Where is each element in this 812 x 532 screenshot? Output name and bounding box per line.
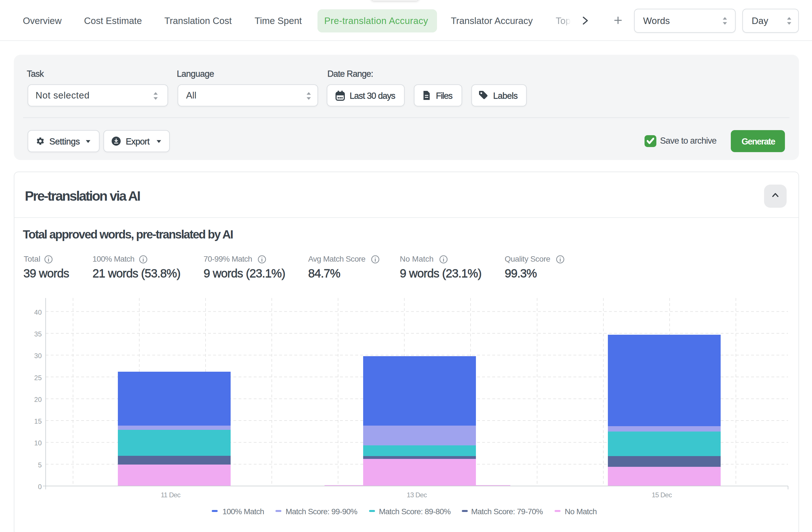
svg-text:11 Dec: 11 Dec: [161, 491, 180, 499]
svg-text:100% Match: 100% Match: [222, 507, 264, 516]
svg-text:0: 0: [38, 483, 42, 491]
svg-text:5: 5: [38, 461, 42, 469]
svg-text:25: 25: [34, 374, 42, 381]
svg-text:13 Dec: 13 Dec: [407, 491, 427, 499]
svg-text:Match Score: 79-70%: Match Score: 79-70%: [471, 507, 543, 516]
svg-text:15: 15: [34, 417, 42, 425]
svg-text:30: 30: [34, 352, 42, 360]
svg-text:10: 10: [34, 439, 42, 447]
svg-text:15 Dec: 15 Dec: [652, 491, 672, 499]
svg-text:40: 40: [34, 308, 42, 316]
svg-text:No Match: No Match: [565, 507, 597, 516]
svg-text:35: 35: [34, 330, 42, 338]
svg-text:20: 20: [34, 396, 42, 403]
svg-text:Match Score: 89-80%: Match Score: 89-80%: [379, 507, 451, 516]
svg-text:Match Score: 99-90%: Match Score: 99-90%: [286, 507, 357, 516]
